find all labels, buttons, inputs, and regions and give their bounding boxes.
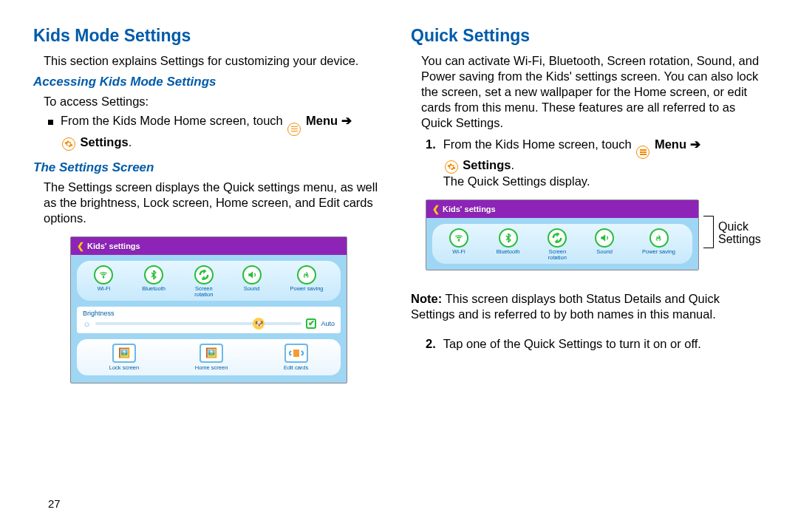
step-2: 2. Tap one of the Quick Settings to turn…	[426, 335, 765, 352]
qs-wifi-label: Wi-Fi	[452, 249, 466, 255]
bluetooth-icon	[499, 228, 518, 248]
brightness-slider: 🐶	[95, 322, 301, 325]
intro-text: This section explains Settings for custo…	[44, 53, 387, 69]
qs-bluetooth-label: Bluetooth	[497, 249, 520, 255]
heading-quick-settings: Quick Settings	[411, 26, 765, 46]
gear-icon	[445, 160, 458, 174]
back-chevron-icon: ❮	[432, 204, 440, 214]
shortcut-edit-label: Edit cards	[284, 364, 308, 371]
settings-screenshot-full: ❮ Kids' settings Wi-Fi Bluetooth Screenr…	[70, 236, 347, 383]
note-block: Note: This screen displays both Status D…	[411, 291, 765, 322]
qs-rotation-label: Screenrotation	[194, 286, 213, 298]
qs-sound-label: Sound	[596, 249, 613, 255]
sound-icon	[595, 228, 614, 248]
brightness-title: Brightness	[83, 310, 335, 317]
home-screen-icon: 🖼️	[200, 344, 223, 363]
arrow-icon: ➔	[690, 137, 700, 151]
qs-rotation: Screenrotation	[194, 265, 214, 298]
lock-screen-icon: 🖼️	[112, 344, 136, 363]
rotation-icon	[194, 265, 214, 284]
step-2-number: 2.	[426, 335, 436, 352]
step-1-post: The Quick Settings display.	[443, 174, 590, 188]
quick-settings-annotated-shot: ❮ Kids' settings Wi-Fi Bluetooth Screenr…	[411, 195, 765, 270]
settings-screenshot-qsonly: ❮ Kids' settings Wi-Fi Bluetooth Screenr…	[426, 200, 699, 270]
settings-word: Settings	[81, 135, 129, 149]
shortcuts-row: 🖼️ Lock screen 🖼️ Home screen Edit cards	[77, 339, 341, 375]
heading-kids-mode-settings: Kids Mode Settings	[33, 26, 387, 46]
qs-sound: Sound	[242, 265, 262, 298]
qs-bluetooth-label: Bluetooth	[142, 286, 166, 292]
settings-word: Settings	[463, 158, 511, 171]
arrow-icon: ➔	[341, 114, 352, 127]
qs-power-label: Power saving	[290, 286, 324, 292]
step-1-pre: From the Kids Home screen, touch	[443, 137, 632, 151]
note-text: This screen displays both Status Details…	[411, 292, 720, 321]
svg-point-2	[458, 240, 459, 241]
recycle-icon	[649, 228, 669, 248]
sound-icon	[242, 265, 262, 284]
wifi-icon	[449, 228, 468, 248]
step-1: 1. From the Kids Home screen, touch Menu…	[426, 136, 765, 190]
screenshot-title: Kids' settings	[87, 242, 140, 250]
bullet-icon	[48, 120, 53, 125]
shortcut-home-label: Home screen	[195, 364, 228, 371]
step-2-text: Tap one of the Quick Settings to turn it…	[443, 335, 701, 352]
subheading-accessing: Accessing Kids Mode Settings	[33, 75, 387, 89]
rotation-icon	[548, 228, 567, 248]
quick-settings-intro: You can activate Wi-Fi, Bluetooth, Scree…	[421, 53, 765, 132]
page-number: 27	[48, 497, 61, 510]
qs-power: Power saving	[290, 265, 324, 298]
qs-wifi: Wi-Fi	[94, 265, 113, 298]
bluetooth-icon	[144, 265, 163, 284]
qs-rotation-label: Screenrotation	[548, 249, 567, 261]
gear-icon	[62, 137, 75, 151]
auto-checkbox-icon: ✔	[306, 318, 316, 329]
annotation-bracket	[703, 216, 714, 248]
qs-bluetooth: Bluetooth	[142, 265, 166, 298]
settings-desc: The Settings screen displays the Quick s…	[44, 180, 387, 226]
annotation-label: QuickSettings	[718, 220, 761, 246]
brightness-panel: Brightness ☼ 🐶 ✔ Auto	[77, 307, 341, 333]
recycle-icon	[297, 265, 316, 284]
screenshot-titlebar: ❮ Kids' settings	[426, 200, 698, 218]
bullet-from-home: From the Kids Mode Home screen, touch Me…	[48, 112, 387, 150]
menu-word: Menu	[655, 137, 686, 151]
bullet-pre-text: From the Kids Mode Home screen, touch	[61, 114, 283, 127]
access-line: To access Settings:	[44, 94, 387, 109]
back-chevron-icon: ❮	[77, 241, 84, 251]
subheading-settings-screen: The Settings Screen	[33, 160, 387, 175]
qs-wifi-label: Wi-Fi	[98, 286, 111, 292]
auto-label: Auto	[321, 320, 335, 327]
shortcut-home: 🖼️ Home screen	[195, 344, 228, 371]
menu-icon	[287, 123, 301, 136]
note-label: Note:	[411, 292, 442, 305]
brightness-sun-icon: ☼	[83, 318, 91, 329]
brightness-knob-icon: 🐶	[253, 318, 265, 330]
shortcut-lock-label: Lock screen	[109, 364, 139, 371]
quick-settings-row: Wi-Fi Bluetooth Screenrotation Sound Pow…	[432, 224, 692, 264]
screenshot-title: Kids' settings	[443, 205, 496, 214]
qs-sound-label: Sound	[244, 286, 260, 292]
svg-rect-1	[293, 349, 299, 357]
screenshot-titlebar: ❮ Kids' settings	[71, 237, 347, 255]
menu-icon	[636, 146, 649, 159]
quick-settings-row: Wi-Fi Bluetooth Screenrotation Sound Pow…	[77, 261, 341, 301]
edit-cards-icon	[284, 344, 308, 363]
qs-power-label: Power saving	[642, 249, 675, 255]
shortcut-edit: Edit cards	[284, 344, 308, 371]
wifi-icon	[94, 265, 113, 284]
svg-point-0	[103, 277, 104, 278]
menu-word: Menu	[306, 114, 338, 127]
shortcut-lock: 🖼️ Lock screen	[109, 344, 139, 371]
step-1-number: 1.	[426, 136, 436, 152]
